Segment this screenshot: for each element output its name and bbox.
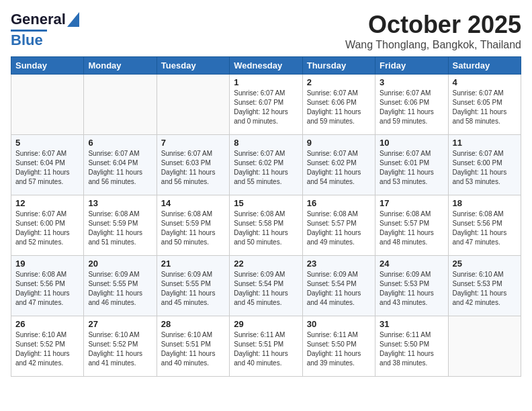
calendar-cell: 10Sunrise: 6:07 AM Sunset: 6:01 PM Dayli… [375,135,448,195]
day-info: Sunrise: 6:07 AM Sunset: 6:02 PM Dayligh… [307,149,371,187]
day-info: Sunrise: 6:07 AM Sunset: 6:07 PM Dayligh… [234,89,298,126]
day-number: 13 [88,198,152,208]
logo-triangle-icon [67,12,79,27]
weekday-header-friday: Friday [375,57,448,75]
calendar-week-4: 19Sunrise: 6:08 AM Sunset: 5:56 PM Dayli… [11,256,521,316]
day-number: 26 [15,319,79,329]
calendar-table: SundayMondayTuesdayWednesdayThursdayFrid… [11,56,521,377]
day-info: Sunrise: 6:10 AM Sunset: 5:52 PM Dayligh… [15,330,79,368]
day-number: 28 [161,319,225,329]
day-info: Sunrise: 6:07 AM Sunset: 6:01 PM Dayligh… [380,149,443,187]
calendar-cell: 15Sunrise: 6:08 AM Sunset: 5:58 PM Dayli… [230,195,302,256]
title-section: October 2025 Wang Thonglang, Bangkok, Th… [345,11,521,51]
day-number: 15 [234,198,298,208]
day-info: Sunrise: 6:07 AM Sunset: 6:00 PM Dayligh… [15,210,79,247]
calendar-cell: 21Sunrise: 6:09 AM Sunset: 5:55 PM Dayli… [157,256,229,316]
day-number: 4 [453,77,517,87]
day-info: Sunrise: 6:08 AM Sunset: 5:59 PM Dayligh… [88,210,152,247]
calendar-cell: 3Sunrise: 6:07 AM Sunset: 6:06 PM Daylig… [375,75,448,135]
calendar-week-5: 26Sunrise: 6:10 AM Sunset: 5:52 PM Dayli… [11,316,521,377]
day-info: Sunrise: 6:08 AM Sunset: 5:58 PM Dayligh… [234,210,298,247]
calendar-cell [448,316,521,377]
day-number: 18 [453,198,517,208]
day-number: 3 [380,77,443,87]
day-info: Sunrise: 6:09 AM Sunset: 5:55 PM Dayligh… [161,270,225,308]
calendar-cell: 29Sunrise: 6:11 AM Sunset: 5:51 PM Dayli… [230,316,302,377]
calendar-cell: 9Sunrise: 6:07 AM Sunset: 6:02 PM Daylig… [302,135,375,195]
day-number: 27 [88,319,152,329]
calendar-cell: 14Sunrise: 6:08 AM Sunset: 5:59 PM Dayli… [157,195,229,256]
day-info: Sunrise: 6:07 AM Sunset: 6:04 PM Dayligh… [15,149,79,187]
day-number: 21 [161,259,225,269]
calendar-cell: 4Sunrise: 6:07 AM Sunset: 6:05 PM Daylig… [448,75,521,135]
calendar-week-2: 5Sunrise: 6:07 AM Sunset: 6:04 PM Daylig… [11,135,521,195]
day-number: 22 [234,259,298,269]
calendar-cell: 5Sunrise: 6:07 AM Sunset: 6:04 PM Daylig… [11,135,84,195]
day-number: 24 [380,259,443,269]
calendar-cell: 23Sunrise: 6:09 AM Sunset: 5:54 PM Dayli… [302,256,375,316]
day-number: 11 [453,138,517,148]
day-info: Sunrise: 6:07 AM Sunset: 6:06 PM Dayligh… [307,89,371,126]
day-info: Sunrise: 6:07 AM Sunset: 6:02 PM Dayligh… [234,149,298,187]
location-title: Wang Thonglang, Bangkok, Thailand [345,39,521,51]
day-number: 29 [234,319,298,329]
calendar-cell: 20Sunrise: 6:09 AM Sunset: 5:55 PM Dayli… [84,256,157,316]
day-number: 2 [307,77,371,87]
calendar-cell: 11Sunrise: 6:07 AM Sunset: 6:00 PM Dayli… [448,135,521,195]
day-info: Sunrise: 6:11 AM Sunset: 5:50 PM Dayligh… [307,330,371,368]
calendar-cell: 19Sunrise: 6:08 AM Sunset: 5:56 PM Dayli… [11,256,84,316]
day-number: 14 [161,198,225,208]
weekday-header-monday: Monday [84,57,157,75]
calendar-body: 1Sunrise: 6:07 AM Sunset: 6:07 PM Daylig… [11,75,521,377]
calendar-cell [157,75,229,135]
logo-blue-text: Blue [11,32,43,49]
day-info: Sunrise: 6:07 AM Sunset: 6:00 PM Dayligh… [453,149,517,187]
calendar-cell: 17Sunrise: 6:08 AM Sunset: 5:57 PM Dayli… [375,195,448,256]
day-number: 9 [307,138,371,148]
calendar-cell: 8Sunrise: 6:07 AM Sunset: 6:02 PM Daylig… [230,135,302,195]
day-number: 10 [380,138,443,148]
calendar-week-1: 1Sunrise: 6:07 AM Sunset: 6:07 PM Daylig… [11,75,521,135]
day-info: Sunrise: 6:08 AM Sunset: 5:57 PM Dayligh… [307,210,371,247]
day-info: Sunrise: 6:07 AM Sunset: 6:03 PM Dayligh… [161,149,225,187]
day-info: Sunrise: 6:10 AM Sunset: 5:53 PM Dayligh… [453,270,517,308]
calendar-cell: 12Sunrise: 6:07 AM Sunset: 6:00 PM Dayli… [11,195,84,256]
day-info: Sunrise: 6:07 AM Sunset: 6:04 PM Dayligh… [88,149,152,187]
day-number: 30 [307,319,371,329]
day-number: 25 [453,259,517,269]
calendar-cell: 26Sunrise: 6:10 AM Sunset: 5:52 PM Dayli… [11,316,84,377]
day-info: Sunrise: 6:07 AM Sunset: 6:05 PM Dayligh… [453,89,517,126]
day-number: 23 [307,259,371,269]
calendar-cell: 13Sunrise: 6:08 AM Sunset: 5:59 PM Dayli… [84,195,157,256]
day-number: 16 [307,198,371,208]
day-number: 17 [380,198,443,208]
day-number: 31 [380,319,443,329]
logo: General Blue [11,11,79,49]
day-info: Sunrise: 6:10 AM Sunset: 5:51 PM Dayligh… [161,330,225,368]
day-info: Sunrise: 6:08 AM Sunset: 5:59 PM Dayligh… [161,210,225,247]
weekday-header-wednesday: Wednesday [230,57,302,75]
page-header: General Blue October 2025 Wang Thonglang… [11,11,521,51]
calendar-week-3: 12Sunrise: 6:07 AM Sunset: 6:00 PM Dayli… [11,195,521,256]
calendar-cell: 28Sunrise: 6:10 AM Sunset: 5:51 PM Dayli… [157,316,229,377]
day-number: 7 [161,138,225,148]
day-number: 12 [15,198,79,208]
calendar-cell: 31Sunrise: 6:11 AM Sunset: 5:50 PM Dayli… [375,316,448,377]
day-number: 6 [88,138,152,148]
day-info: Sunrise: 6:09 AM Sunset: 5:55 PM Dayligh… [88,270,152,308]
calendar-cell: 6Sunrise: 6:07 AM Sunset: 6:04 PM Daylig… [84,135,157,195]
calendar-cell: 25Sunrise: 6:10 AM Sunset: 5:53 PM Dayli… [448,256,521,316]
calendar-cell: 18Sunrise: 6:08 AM Sunset: 5:56 PM Dayli… [448,195,521,256]
day-info: Sunrise: 6:09 AM Sunset: 5:54 PM Dayligh… [234,270,298,308]
calendar-header-row: SundayMondayTuesdayWednesdayThursdayFrid… [11,57,521,75]
day-info: Sunrise: 6:08 AM Sunset: 5:57 PM Dayligh… [380,210,443,247]
day-info: Sunrise: 6:07 AM Sunset: 6:06 PM Dayligh… [380,89,443,126]
day-info: Sunrise: 6:08 AM Sunset: 5:56 PM Dayligh… [453,210,517,247]
calendar-cell: 30Sunrise: 6:11 AM Sunset: 5:50 PM Dayli… [302,316,375,377]
day-number: 19 [15,259,79,269]
calendar-cell: 16Sunrise: 6:08 AM Sunset: 5:57 PM Dayli… [302,195,375,256]
day-number: 5 [15,138,79,148]
svg-marker-0 [67,12,79,27]
calendar-cell: 27Sunrise: 6:10 AM Sunset: 5:52 PM Dayli… [84,316,157,377]
calendar-cell: 7Sunrise: 6:07 AM Sunset: 6:03 PM Daylig… [157,135,229,195]
